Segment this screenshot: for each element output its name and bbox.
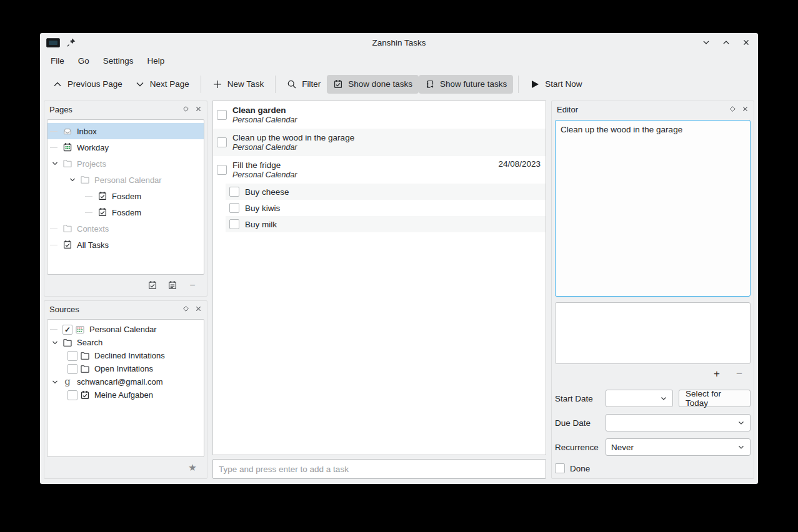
folder-icon	[80, 351, 90, 361]
task-checkbox[interactable]	[217, 137, 227, 147]
subtask-row[interactable]: Buy cheese	[226, 184, 546, 200]
menu-go[interactable]: Go	[71, 54, 96, 68]
close-button[interactable]	[741, 37, 752, 48]
calendar-icon	[62, 142, 72, 152]
pages-item-inbox[interactable]: Inbox	[47, 123, 204, 139]
pages-item-personal-calendar[interactable]: Personal Calendar	[47, 172, 204, 188]
source-search[interactable]: Search	[47, 336, 204, 349]
close-panel-icon[interactable]	[195, 105, 202, 114]
task-row[interactable]: Fill the fridge Personal Calendar 24/08/…	[213, 156, 546, 184]
play-icon	[530, 79, 540, 89]
remove-page-button[interactable]: −	[187, 280, 198, 291]
show-done-tasks-label: Show done tasks	[348, 79, 412, 89]
pages-item-workday[interactable]: Workday	[47, 139, 204, 155]
add-attachment-button[interactable]: +	[712, 368, 722, 379]
new-task-button[interactable]: New Task	[206, 75, 270, 94]
done-tasks-icon	[333, 79, 343, 89]
subtask-row[interactable]: Buy kiwis	[226, 200, 546, 216]
show-future-tasks-label: Show future tasks	[440, 79, 507, 89]
pages-item-label: All Tasks	[75, 240, 109, 250]
chevron-up-icon	[52, 79, 62, 89]
task-icon	[62, 240, 72, 250]
start-date-combobox[interactable]	[606, 390, 673, 407]
add-task-input[interactable]	[212, 459, 546, 479]
float-panel-icon[interactable]	[182, 105, 189, 114]
subtask-wrap: Buy milk	[213, 216, 546, 232]
subtask-row[interactable]: Buy milk	[226, 216, 546, 232]
source-checkbox[interactable]: ✓	[62, 325, 72, 335]
select-for-today-button[interactable]: Select for Today	[679, 390, 751, 407]
source-checkbox[interactable]	[67, 364, 77, 374]
task-checkbox[interactable]	[229, 219, 239, 229]
task-checkbox[interactable]	[229, 203, 239, 213]
pages-item-contexts[interactable]: Contexts	[47, 220, 204, 237]
default-source-star-icon[interactable]: ★	[187, 462, 198, 473]
source-personal-calendar[interactable]: ✓ Personal Calendar	[47, 323, 204, 336]
chevron-down-icon	[135, 79, 145, 89]
source-gmail-account[interactable]: g schwancarl@gmail.com	[47, 375, 204, 388]
task-row[interactable]: Clean up the wood in the garage Personal…	[213, 129, 546, 156]
maximize-button[interactable]	[721, 37, 732, 48]
remove-attachment-button[interactable]: −	[734, 368, 744, 379]
pages-item-label: Contexts	[75, 224, 109, 234]
source-open-invitations[interactable]: Open Invitations	[47, 362, 204, 375]
future-tasks-icon	[425, 79, 435, 89]
pages-item-all-tasks[interactable]: All Tasks	[47, 237, 204, 253]
close-panel-icon[interactable]	[742, 105, 749, 114]
minimize-button[interactable]	[701, 37, 712, 48]
next-page-button[interactable]: Next Page	[129, 75, 196, 94]
due-date-combobox[interactable]	[606, 414, 751, 431]
done-checkbox[interactable]	[555, 463, 565, 473]
add-context-button[interactable]	[167, 280, 178, 291]
main-area: Pages Inbox Workday	[40, 98, 758, 484]
recurrence-combobox[interactable]: Never	[606, 438, 751, 456]
expander-icon[interactable]	[50, 340, 60, 346]
editor-panel-header: Editor	[552, 101, 754, 118]
expander-icon[interactable]	[50, 160, 60, 167]
sources-tree: ✓ Personal Calendar Search Declined Invi…	[47, 319, 204, 457]
float-panel-icon[interactable]	[729, 105, 736, 114]
attachments-list[interactable]	[555, 302, 751, 364]
float-panel-icon[interactable]	[182, 305, 189, 314]
menu-settings[interactable]: Settings	[96, 54, 141, 68]
source-declined-invitations[interactable]: Declined Invitations	[47, 349, 204, 362]
source-meine-aufgaben[interactable]: Meine Aufgaben	[47, 388, 204, 401]
task-title: Fill the fridge	[232, 160, 492, 170]
pages-item-label: Fosdem	[110, 208, 141, 217]
source-label: Declined Invitations	[92, 351, 165, 360]
previous-page-button[interactable]: Previous Page	[46, 75, 129, 94]
close-panel-icon[interactable]	[195, 305, 202, 314]
source-checkbox[interactable]	[67, 390, 77, 400]
window-title: Zanshin Tasks	[40, 38, 758, 47]
task-title: Buy cheese	[245, 187, 289, 197]
filter-button[interactable]: Filter	[281, 75, 327, 94]
task-checkbox[interactable]	[217, 110, 227, 120]
recurrence-label: Recurrence	[555, 443, 606, 452]
pages-item-projects[interactable]: Projects	[47, 155, 204, 172]
menu-file[interactable]: File	[44, 54, 71, 68]
source-checkbox[interactable]	[67, 351, 77, 361]
done-label: Done	[570, 464, 590, 473]
task-checkbox[interactable]	[217, 165, 227, 175]
previous-page-label: Previous Page	[67, 79, 122, 89]
task-text-editor[interactable]: Clean up the wood in the garage	[555, 120, 751, 297]
pages-item-fosdem-2[interactable]: Fosdem	[47, 204, 204, 220]
expander-icon[interactable]	[67, 177, 77, 183]
task-checkbox[interactable]	[229, 187, 239, 197]
pages-panel-title: Pages	[49, 105, 72, 114]
show-done-tasks-button[interactable]: Show done tasks	[327, 75, 419, 94]
select-for-today-label: Select for Today	[686, 389, 744, 408]
expander-icon[interactable]	[50, 379, 60, 385]
start-now-button[interactable]: Start Now	[524, 75, 588, 94]
menu-help[interactable]: Help	[141, 54, 172, 68]
task-list: Clean garden Personal Calendar Clean up …	[212, 101, 546, 455]
pages-item-fosdem-1[interactable]: Fosdem	[47, 188, 204, 204]
source-label: Open Invitations	[92, 364, 153, 373]
add-project-button[interactable]	[147, 280, 158, 291]
pages-item-label: Workday	[75, 143, 109, 152]
chevron-down-icon	[737, 443, 745, 451]
show-future-tasks-button[interactable]: Show future tasks	[419, 75, 513, 94]
pages-item-label: Projects	[75, 159, 106, 169]
done-row: Done	[555, 463, 751, 473]
task-row[interactable]: Clean garden Personal Calendar	[213, 101, 546, 129]
